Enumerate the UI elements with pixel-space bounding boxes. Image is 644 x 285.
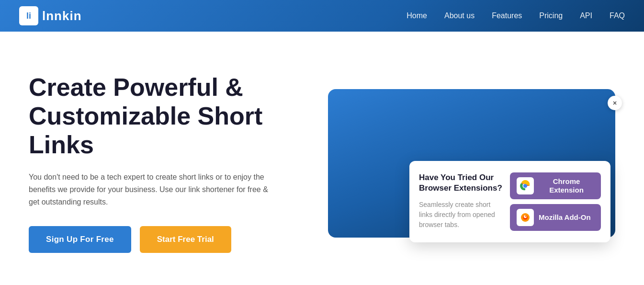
close-button[interactable]: × — [608, 96, 622, 110]
hero-visual: × Have You Tried Our Browser Extensions?… — [328, 89, 615, 238]
logo-box: li — [19, 6, 38, 25]
nav-item-pricing[interactable]: Pricing — [539, 11, 563, 20]
main-content: Create Powerful & Customizable Short Lin… — [0, 32, 644, 285]
popup-subtitle: Seamlessly create short links directly f… — [419, 200, 502, 230]
signup-button[interactable]: Sign Up For Free — [29, 226, 131, 253]
nav-item-home[interactable]: Home — [407, 11, 427, 20]
svg-point-5 — [525, 215, 527, 217]
firefox-addon-button[interactable]: Mozilla Add-On — [510, 204, 601, 231]
chrome-extension-label: Chrome Extension — [539, 177, 594, 194]
hero-title: Create Powerful & Customizable Short Lin… — [29, 73, 306, 159]
logo-icon-text: li — [26, 11, 31, 21]
extension-buttons: Chrome Extension Mozilla Add-On — [510, 172, 601, 231]
firefox-icon — [517, 209, 534, 226]
nav-item-features[interactable]: Features — [492, 11, 522, 20]
chrome-icon — [517, 177, 534, 194]
popup-title: Have You Tried Our Browser Extensions? — [419, 172, 502, 194]
site-header: li lnnkin Home About us Features Pricing… — [0, 0, 644, 32]
hero-section: Create Powerful & Customizable Short Lin… — [29, 73, 306, 253]
logo[interactable]: li lnnkin — [19, 6, 82, 25]
trial-button[interactable]: Start Free Trial — [140, 226, 231, 253]
nav-item-about[interactable]: About us — [444, 11, 475, 20]
nav-item-faq[interactable]: FAQ — [610, 11, 625, 20]
hero-card: × Have You Tried Our Browser Extensions?… — [328, 89, 615, 238]
browser-extension-popup: Have You Tried Our Browser Extensions? S… — [409, 161, 610, 242]
hero-subtitle: You don't need to be a tech expert to cr… — [29, 171, 278, 209]
svg-point-1 — [524, 184, 527, 187]
logo-text: lnnkin — [42, 9, 82, 23]
chrome-extension-button[interactable]: Chrome Extension — [510, 172, 601, 199]
main-nav: Home About us Features Pricing API FAQ — [407, 11, 625, 20]
nav-item-api[interactable]: API — [580, 11, 592, 20]
cta-buttons: Sign Up For Free Start Free Trial — [29, 226, 306, 253]
firefox-addon-label: Mozilla Add-On — [539, 213, 591, 222]
popup-text: Have You Tried Our Browser Extensions? S… — [419, 172, 502, 230]
close-icon: × — [613, 99, 617, 107]
